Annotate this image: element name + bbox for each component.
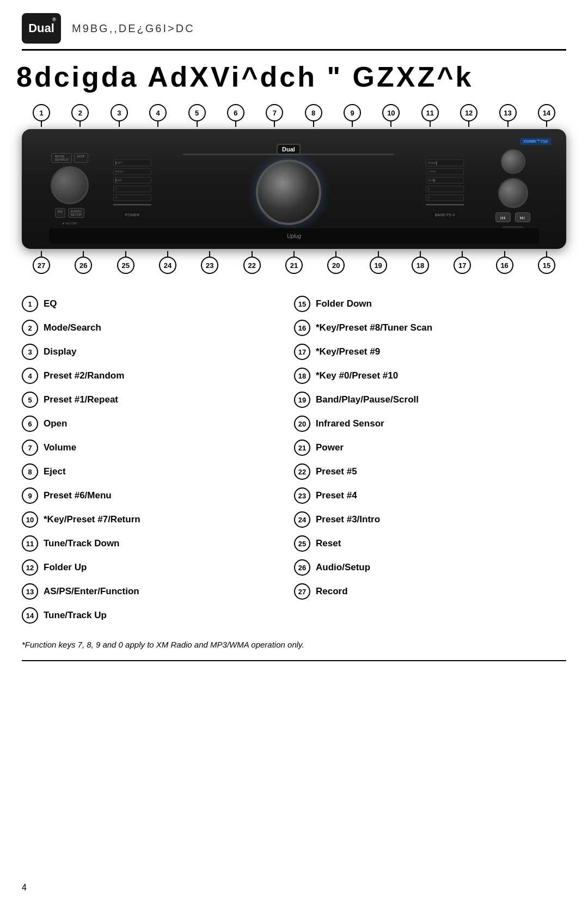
control-item-5: 5 Preset #1/Repeat (22, 392, 294, 408)
bottom-divider (22, 660, 566, 661)
ctrl-label-1: EQ (44, 298, 57, 309)
ctrl-num-20: 20 (294, 416, 310, 432)
ctrl-label-12: Folder Up (44, 562, 87, 573)
callout-line-bottom-21 (293, 251, 295, 257)
ctrl-label-2: Mode/Search (44, 322, 101, 333)
callout-circle-bottom-26: 26 (75, 257, 92, 274)
callout-circle-8: 8 (305, 104, 322, 121)
callout-bottom-24: 24 (159, 251, 176, 274)
callout-line-bottom-16 (504, 251, 505, 257)
callout-line-6 (235, 121, 236, 127)
control-item-7: 7 Volume (22, 440, 294, 456)
callout-line-14 (546, 121, 547, 127)
logo-reg: ® (52, 17, 56, 22)
callout-line-5 (197, 121, 198, 127)
callout-line-bottom-17 (462, 251, 463, 257)
callout-circle-bottom-18: 18 (412, 257, 429, 274)
callout-bottom-23: 23 (201, 251, 218, 274)
ctrl-label-21: Power (316, 442, 344, 453)
ctrl-label-13: AS/PS/Enter/Function (44, 586, 139, 597)
controls-right-column: 15 Folder Down 16 *Key/Preset #8/Tuner S… (294, 296, 566, 624)
callout-top-4: 4 (149, 104, 167, 127)
left-knob[interactable] (51, 166, 89, 204)
control-item-24: 24 Preset #3/Intro (294, 511, 566, 528)
callout-circle-12: 12 (460, 104, 477, 121)
control-item-18: 18 *Key #0/Preset #10 (294, 368, 566, 384)
radio-left-panel: MODESEARCH DISP EQ AUDIOSETUP ● P₂CORI (32, 137, 108, 241)
ctrl-num-5: 5 (22, 392, 38, 408)
ctrl-label-8: Eject (44, 466, 66, 477)
callout-top-14: 14 (538, 104, 555, 127)
callout-circle-bottom-16: 16 (496, 257, 513, 274)
ctrl-num-1: 1 (22, 296, 38, 312)
callout-line-bottom-27 (41, 251, 42, 257)
callout-top-6: 6 (227, 104, 244, 127)
ctrl-num-18: 18 (294, 368, 310, 384)
control-item-8: 8 Eject (22, 463, 294, 480)
control-item-22: 22 Preset #5 (294, 463, 566, 480)
radio-bottom-bar: Uplug (49, 228, 539, 243)
ctrl-num-23: 23 (294, 487, 310, 504)
callout-circle-1: 1 (33, 104, 50, 121)
ctrl-label-22: Preset #5 (316, 466, 357, 477)
callout-line-bottom-15 (546, 251, 547, 257)
callout-line-bottom-23 (209, 251, 210, 257)
callout-bottom-27: 27 (33, 251, 50, 274)
ctrl-num-26: 26 (294, 559, 310, 576)
callout-circle-bottom-25: 25 (117, 257, 134, 274)
callout-line-12 (468, 121, 469, 127)
ctrl-num-22: 22 (294, 463, 310, 480)
callout-top-3: 3 (111, 104, 128, 127)
callout-circle-5: 5 (188, 104, 206, 121)
ctrl-num-27: 27 (294, 583, 310, 600)
callout-circle-10: 10 (382, 104, 400, 121)
main-volume-knob[interactable] (256, 160, 321, 225)
callout-top-12: 12 (460, 104, 477, 127)
callout-circle-3: 3 (111, 104, 128, 121)
callout-line-bottom-24 (167, 251, 168, 257)
control-item-14: 14 Tune/Track Up (22, 607, 294, 624)
controls-section: 1 EQ 2 Mode/Search 3 Display 4 Preset #2… (0, 279, 588, 629)
callout-circle-2: 2 (71, 104, 89, 121)
ctrl-label-15: Folder Down (316, 298, 372, 309)
ctrl-label-26: Audio/Setup (316, 562, 370, 573)
callout-line-bottom-20 (335, 251, 336, 257)
ctrl-num-19: 19 (294, 392, 310, 408)
callout-line-bottom-22 (252, 251, 253, 257)
ctrl-label-7: Volume (44, 442, 76, 453)
controls-left-column: 1 EQ 2 Mode/Search 3 Display 4 Preset #2… (22, 296, 294, 624)
control-item-11: 11 Tune/Track Down (22, 535, 294, 552)
ctrl-label-17: *Key/Preset #9 (316, 346, 380, 357)
callout-bottom-16: 16 (496, 251, 513, 274)
callout-circle-4: 4 (149, 104, 167, 121)
callout-top-5: 5 (188, 104, 206, 127)
dual-logo: Dual ® (22, 13, 61, 44)
control-item-20: 20 Infrared Sensor (294, 416, 566, 432)
callout-line-bottom-26 (83, 251, 84, 257)
control-item-19: 19 Band/Play/Pause/Scroll (294, 392, 566, 408)
callout-line-7 (274, 121, 275, 127)
device-logo: Dual (277, 144, 301, 155)
xm-badge: XDMR™710 (520, 138, 551, 145)
control-item-15: 15 Folder Down (294, 296, 566, 312)
callout-top-9: 9 (344, 104, 361, 127)
callout-line-bottom-18 (420, 251, 421, 257)
callout-bottom-15: 15 (538, 251, 555, 274)
ctrl-label-5: Preset #1/Repeat (44, 394, 118, 405)
control-item-26: 26 Audio/Setup (294, 559, 566, 576)
rewind-btn[interactable]: ⏮ (495, 212, 511, 222)
forward-btn[interactable]: ⏭ (515, 212, 530, 222)
callout-top-7: 7 (266, 104, 283, 127)
callout-bottom-19: 19 (370, 251, 387, 274)
control-item-13: 13 AS/PS/Enter/Function (22, 583, 294, 600)
control-item-25: 25 Reset (294, 535, 566, 552)
callout-circle-bottom-24: 24 (159, 257, 176, 274)
right-knob[interactable] (498, 178, 528, 208)
ctrl-label-25: Reset (316, 538, 341, 549)
ctrl-num-21: 21 (294, 440, 310, 456)
ctrl-label-18: *Key #0/Preset #10 (316, 370, 398, 381)
ctrl-label-10: *Key/Preset #7/Return (44, 514, 140, 525)
control-item-6: 6 Open (22, 416, 294, 432)
callout-circle-bottom-15: 15 (538, 257, 555, 274)
control-item-3: 3 Display (22, 344, 294, 360)
